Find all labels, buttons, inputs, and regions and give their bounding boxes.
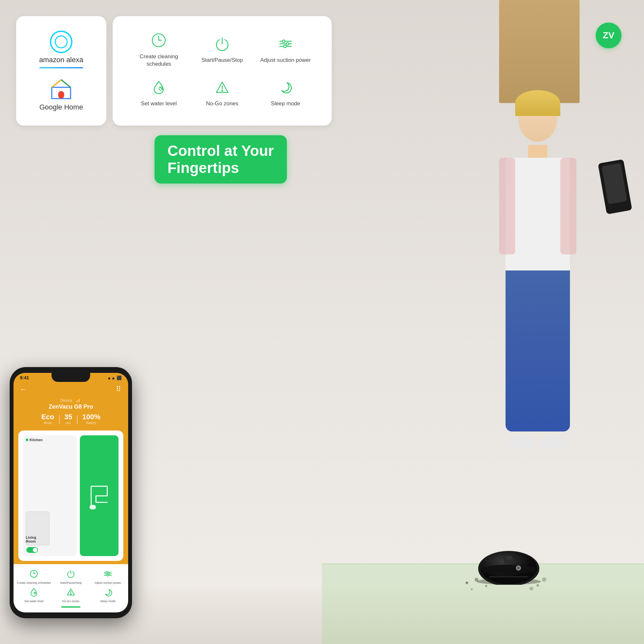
google-home-section: Google Home	[39, 78, 83, 111]
device-name: ZenVacu G8 Pro	[20, 403, 122, 410]
app-header: ← ⠿	[14, 383, 128, 397]
feature-label-nogo: No-Go zones	[206, 100, 238, 107]
google-home-svg	[50, 78, 72, 100]
app-bottom-features: Create cleaning schedules Start/Pause/St…	[14, 564, 128, 612]
water-drop-svg	[150, 79, 167, 96]
app-water-svg	[29, 587, 39, 597]
living-room-text: Living	[26, 535, 36, 539]
phone-notch	[52, 373, 90, 382]
svg-point-43	[471, 588, 473, 590]
app-power-icon	[66, 569, 76, 580]
kitchen-cabinet	[499, 0, 580, 103]
water-drop-icon-large	[149, 78, 168, 97]
control-line2: Fingertips	[167, 159, 239, 176]
feature-label-water: Set water level	[141, 100, 177, 107]
svg-marker-1	[52, 80, 71, 87]
living-room-label: Living Room	[26, 535, 36, 543]
stat-mode-label: Mode	[44, 421, 52, 425]
app-home-indicator	[61, 606, 81, 608]
alexa-inner-ring	[55, 35, 68, 48]
person-jeans	[506, 270, 570, 431]
status-time: 9:41	[20, 375, 29, 380]
app-power-svg	[66, 569, 76, 579]
svg-point-41	[536, 584, 539, 587]
person-neck	[528, 145, 547, 158]
moon-icon-large	[276, 78, 295, 97]
stat-divider-2: |	[76, 414, 78, 424]
sliders-icon-large	[276, 34, 295, 53]
svg-point-23	[107, 575, 108, 576]
google-home-label: Google Home	[39, 103, 83, 111]
feature-label-sleep: Sleep mode	[271, 100, 300, 107]
app-feature-label-nogo: No-Go zones	[62, 600, 79, 603]
feature-item-sleep: Sleep mode	[255, 72, 316, 113]
stat-mode: Eco Mode	[41, 413, 54, 425]
app-feature-suction[interactable]: Adjust suction power	[90, 569, 125, 585]
person-torso	[506, 158, 570, 270]
app-sliders-icon	[103, 569, 113, 580]
svg-point-44	[529, 587, 533, 591]
svg-point-37	[466, 582, 468, 584]
status-icons: ▲▲ ⬛	[107, 375, 122, 380]
stat-mode-value: Eco	[41, 413, 54, 421]
person-area	[467, 97, 628, 547]
zv-badge-label: ZV	[603, 30, 614, 41]
app-warning-svg	[66, 587, 76, 597]
menu-dots-icon[interactable]: ⠿	[116, 385, 122, 393]
zv-brand-badge: ZV	[596, 23, 621, 48]
svg-rect-16	[90, 505, 96, 509]
toggle-pill[interactable]	[26, 547, 38, 553]
back-arrow-icon[interactable]: ←	[20, 385, 27, 393]
living-room-text2: Room	[26, 539, 36, 543]
svg-point-22	[108, 573, 109, 575]
stats-row: Eco Mode | 35 min | 100% Battery	[14, 410, 128, 427]
kitchen-room-dot	[26, 439, 28, 441]
kitchen-room-label: Kitchen	[26, 438, 43, 442]
stat-divider-1: |	[58, 414, 61, 424]
app-moon-icon	[103, 587, 113, 598]
dust-particles-svg	[460, 573, 551, 592]
alexa-underline	[39, 67, 83, 68]
feature-item-suction: Adjust suction power	[255, 29, 316, 69]
app-clock-svg	[29, 569, 39, 579]
power-svg	[214, 35, 231, 52]
control-text: Control at Your Fingertips	[167, 142, 274, 176]
kitchen-label-text: Kitchen	[30, 438, 43, 442]
phone-in-hand	[598, 159, 632, 214]
app-feature-nogo[interactable]: No-Go zones	[54, 587, 88, 603]
stat-battery-value: 100%	[82, 413, 100, 421]
feature-item-cleaning-schedule: Create cleaning schedules	[129, 29, 189, 69]
robot-path-svg	[85, 480, 114, 512]
app-feature-water[interactable]: Set water level	[17, 587, 51, 603]
robot-vacuum	[473, 546, 544, 586]
phone-outer-frame: 9:41 ▲▲ ⬛ ← ⠿ Device 📶 ZenVacu G8 Pro Ec…	[10, 367, 132, 618]
person-shoes	[506, 435, 570, 448]
svg-point-10	[286, 43, 289, 45]
svg-line-3	[52, 80, 61, 87]
stat-time-value: 35	[64, 413, 72, 421]
app-features-grid: Create cleaning schedules Start/Pause/St…	[17, 569, 125, 603]
app-feature-cleaning-schedule[interactable]: Create cleaning schedules	[17, 569, 51, 585]
app-clock-icon	[29, 569, 39, 580]
robot-map-right	[80, 435, 118, 556]
stat-time: 35 min	[64, 413, 72, 425]
stat-battery: 100% Battery	[82, 413, 100, 425]
stat-battery-label: Battery	[86, 421, 97, 425]
person-cardigan-right	[560, 158, 576, 254]
app-water-icon	[29, 587, 39, 598]
toggle-knob	[33, 548, 37, 552]
person-head	[518, 97, 557, 142]
app-feature-start-pause[interactable]: Start/Pause/Stop	[54, 569, 88, 585]
feature-label-start-pause: Start/Pause/Stop	[202, 57, 243, 64]
phone-screen-small	[601, 163, 627, 204]
features-card: Create cleaning schedules Start/Pause/St…	[113, 16, 332, 126]
feature-item-start-pause: Start/Pause/Stop	[192, 29, 252, 69]
control-line1: Control at Your	[167, 142, 274, 159]
voice-assistant-card: amazon alexa Google Home	[16, 16, 106, 126]
app-feature-sleep[interactable]: Sleep mode	[90, 587, 125, 603]
device-info: Device 📶 ZenVacu G8 Pro	[14, 397, 128, 410]
svg-point-9	[282, 40, 285, 43]
feature-item-water: Set water level	[129, 72, 189, 113]
room-toggle[interactable]	[26, 547, 38, 553]
svg-point-40	[523, 580, 526, 583]
